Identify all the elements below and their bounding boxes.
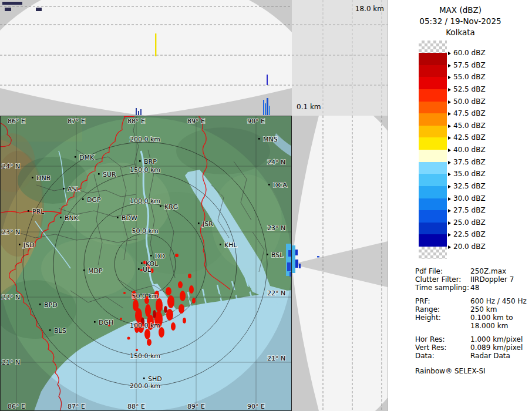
range-ring-label: 150.0 km xyxy=(130,352,160,360)
radar-echoes-blue xyxy=(286,244,292,277)
longitude-label: 87° E xyxy=(68,403,85,410)
info-row: Vert Res:0.089 km/pixel xyxy=(415,343,523,352)
legend-boundary-label: 47.5 dBZ xyxy=(448,109,486,117)
legend-boundary-label: 25.0 dBZ xyxy=(448,218,486,227)
station-label: JSD xyxy=(23,241,35,249)
legend-boundary-label: 30.0 dBZ xyxy=(448,194,486,203)
latitude-label: 23° N xyxy=(267,224,285,232)
range-ring-label: 50.0 km xyxy=(132,227,158,235)
legend-boundary-label: 27.5 dBZ xyxy=(448,206,486,214)
longitude-label: 87° E xyxy=(68,117,85,125)
info-row: Pdf File:250Z.max xyxy=(415,267,506,275)
station-label: MDP xyxy=(88,267,103,275)
latitude-label: 24° N xyxy=(267,159,285,166)
info-row: Time sampling:48 xyxy=(415,284,479,292)
station-label: KRG xyxy=(164,203,178,211)
info-row: PRF:600 Hz / 450 Hz xyxy=(415,297,527,305)
station-dot xyxy=(150,255,152,257)
station-label: SUR xyxy=(103,171,116,178)
station-dot xyxy=(268,184,270,186)
station-label: KHL xyxy=(224,241,237,249)
station-dot xyxy=(39,304,41,305)
longitude-label: 90° E xyxy=(247,403,265,410)
latitude-label: 22° N xyxy=(267,289,285,297)
station-dot xyxy=(63,188,65,190)
station-dot xyxy=(60,217,62,218)
station-dot xyxy=(267,254,268,255)
station-label: MNS xyxy=(263,136,278,143)
longitude-label: 89° E xyxy=(187,117,205,125)
station-label: ASL xyxy=(68,186,80,193)
range-ring-label: 200.0 km xyxy=(130,136,160,143)
corner-gridlines xyxy=(292,0,388,116)
station-dot xyxy=(98,173,100,175)
right-cross-section-panel xyxy=(292,116,388,411)
station-label: BLS xyxy=(54,327,66,335)
longitude-label: 86° E xyxy=(8,403,25,410)
corner-axis-panel: 18.0 km 0.1 km xyxy=(292,0,388,116)
info-row: Height:0.100 km to xyxy=(415,314,513,322)
station-label: DGP xyxy=(87,196,101,204)
range-ring-label: 50.0 km xyxy=(132,292,158,300)
range-ring-label: 150.0 km xyxy=(130,166,160,174)
station-dot xyxy=(117,217,119,218)
station-label: UL xyxy=(143,266,151,274)
latitude-label: 22° N xyxy=(2,294,20,301)
station-dot xyxy=(141,262,143,264)
station-label: JSR xyxy=(202,220,213,228)
info-row: Clutter Filter:IIRDoppler 7 xyxy=(415,275,514,284)
station-dot xyxy=(94,321,96,323)
station-dot xyxy=(139,160,141,162)
latitude-label: 24° N xyxy=(2,163,20,170)
station-dot xyxy=(49,329,51,331)
station-label: BDW xyxy=(122,214,137,222)
station-dot xyxy=(198,223,200,224)
station-label: BNK xyxy=(65,214,79,222)
station-label: BPD xyxy=(44,301,58,309)
station-dot xyxy=(220,244,221,245)
info-row: Hor Res:1.000 km/pixel xyxy=(415,335,523,343)
radar-map-panel: 86° E86° E87° E87° E88° E88° E89° E89° E… xyxy=(0,116,292,411)
product-info-block: Pdf File:250Z.maxClutter Filter:IIRDoppl… xyxy=(415,267,530,385)
legend-boundary-label: 32.5 dBZ xyxy=(448,182,486,190)
legend-scale-labels: 60.0 dBZ57.5 dBZ55.0 dBZ52.5 dBZ50.0 dBZ… xyxy=(388,0,532,270)
station-label: SHD xyxy=(148,375,162,383)
min-height-axis-label: 0.1 km xyxy=(297,103,321,111)
station-dot xyxy=(83,269,85,271)
range-ring-label: 100.0 km xyxy=(130,322,160,329)
longitude-label: 88° E xyxy=(127,403,145,410)
station-label: DGH xyxy=(99,319,113,326)
station-dot xyxy=(75,156,76,158)
info-row: 18.000 km xyxy=(415,322,508,330)
station-label: DD xyxy=(155,252,165,260)
range-ring-label: 200.0 km xyxy=(130,382,160,390)
station-label: DMK xyxy=(79,154,95,161)
info-row: Data:Radar Data xyxy=(415,352,510,360)
software-brand: Rainbow® SELEX-SI xyxy=(415,367,486,375)
top-cross-section-graphic xyxy=(0,0,292,116)
station-label: DCA xyxy=(273,181,287,189)
station-dot xyxy=(143,378,145,379)
range-ring-label: 100.0 km xyxy=(130,197,160,205)
legend-boundary-label: 22.5 dBZ xyxy=(448,230,486,238)
radar-application-window: 18.0 km 0.1 km xyxy=(0,0,532,411)
station-label: PRL xyxy=(32,208,45,215)
station-label: DNB xyxy=(36,174,50,182)
max-height-axis-label: 18.0 km xyxy=(355,5,384,13)
station-dot xyxy=(28,210,29,212)
legend-boundary-label: 50.0 dBZ xyxy=(448,97,486,106)
legend-boundary-label: 37.5 dBZ xyxy=(448,158,486,166)
latitude-label: 23° N xyxy=(2,228,20,236)
longitude-label: 88° E xyxy=(127,117,145,125)
info-row: Range:250 km xyxy=(415,305,497,314)
station-dot xyxy=(160,206,161,207)
legend-panel: MAX (dBZ) 05:32 / 19-Nov-2025 Kolkata 60… xyxy=(388,0,532,411)
legend-boundary-label: 60.0 dBZ xyxy=(448,49,486,57)
legend-boundary-label: 40.0 dBZ xyxy=(448,146,486,154)
station-dot xyxy=(138,268,140,270)
legend-boundary-label: 45.0 dBZ xyxy=(448,122,486,130)
station-label: BRP xyxy=(144,158,157,166)
station-dot xyxy=(32,177,33,178)
station-dot xyxy=(19,244,21,245)
radar-map-graphic: 86° E86° E87° E87° E88° E88° E89° E89° E… xyxy=(0,116,292,411)
